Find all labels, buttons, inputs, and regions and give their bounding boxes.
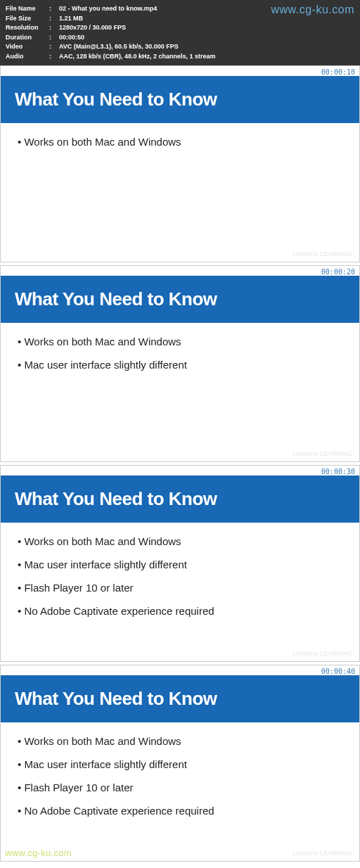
bullet-item: Mac user interface slightly different [18,758,342,770]
info-value: 00:00:50 [59,33,84,43]
slide-title: What You Need to Know [15,288,345,310]
bullet-item: No Adobe Captivate experience required [18,605,342,617]
info-value: AAC, 128 kb/s (CBR), 48.0 kHz, 2 channel… [59,52,216,62]
slide-thumbnail: 00:00:20 What You Need to Know Works on … [0,265,360,462]
slide-header: What You Need to Know [1,276,359,323]
slide-body: Works on both Mac and Windows Mac user i… [1,722,359,841]
info-row: Duration : 00:00:50 [6,33,354,43]
info-label: Duration [6,33,49,43]
slide-body: Works on both Mac and Windows [1,123,359,172]
info-label: File Name [6,4,49,14]
info-label: Audio [6,52,49,62]
watermark-bottom: www.cg-ku.com [5,848,72,858]
linkedin-watermark: Linked in LEARNING [292,650,352,657]
info-sep: : [49,4,59,14]
watermark-top: www.cg-ku.com [271,1,354,18]
slide-title: What You Need to Know [15,488,345,510]
info-label: Video [6,42,49,52]
bullet-item: Mac user interface slightly different [18,359,342,371]
slide-header: What You Need to Know [1,76,359,123]
info-sep: : [49,23,59,33]
slide-title: What You Need to Know [15,89,345,110]
info-value: AVC (Main@L3.1), 60.5 kb/s, 30.000 FPS [59,42,179,52]
info-value: 1280x720 / 30.000 FPS [59,23,126,33]
slide-thumbnail: 00:00:10 What You Need to Know Works on … [0,65,360,262]
timestamp-label: 00:00:20 [321,268,355,276]
slide-body: Works on both Mac and Windows Mac user i… [1,523,359,641]
timestamp-label: 00:00:40 [321,668,355,675]
slide-header: What You Need to Know [1,675,359,722]
linkedin-watermark: Linked in LEARNING [292,250,352,257]
info-row: Video : AVC (Main@L3.1), 60.5 kb/s, 30.0… [6,42,354,52]
bullet-item: No Adobe Captivate experience required [18,805,342,817]
slide-thumbnail: 00:00:40 What You Need to Know Works on … [0,665,360,862]
bullet-item: Mac user interface slightly different [18,559,342,570]
info-label: File Size [6,14,49,24]
linkedin-watermark: Linked in LEARNING [292,450,352,457]
info-sep: : [49,14,59,24]
info-sep: : [49,52,59,62]
info-row: Resolution : 1280x720 / 30.000 FPS [6,23,354,33]
slide-thumbnail: 00:00:30 What You Need to Know Works on … [0,465,360,662]
bullet-item: Works on both Mac and Windows [18,735,342,747]
linkedin-watermark: Linked in LEARNING [292,850,352,857]
timestamp-label: 00:00:30 [321,468,355,476]
info-sep: : [49,42,59,52]
media-info-panel: www.cg-ku.com File Name : 02 - What you … [0,0,360,65]
bullet-item: Flash Player 10 or later [18,582,342,594]
info-label: Resolution [6,23,49,33]
bullet-item: Flash Player 10 or later [18,781,342,793]
slide-header: What You Need to Know [1,476,359,523]
bullet-item: Works on both Mac and Windows [18,535,342,547]
slide-title: What You Need to Know [15,688,345,710]
info-sep: : [49,33,59,43]
bullet-item: Works on both Mac and Windows [18,336,342,347]
info-row: Audio : AAC, 128 kb/s (CBR), 48.0 kHz, 2… [6,52,354,62]
bullet-item: Works on both Mac and Windows [18,136,342,148]
slide-body: Works on both Mac and Windows Mac user i… [1,323,359,395]
timestamp-label: 00:00:10 [321,68,355,76]
info-value: 1.21 MB [59,14,83,24]
info-value: 02 - What you need to know.mp4 [59,4,157,14]
